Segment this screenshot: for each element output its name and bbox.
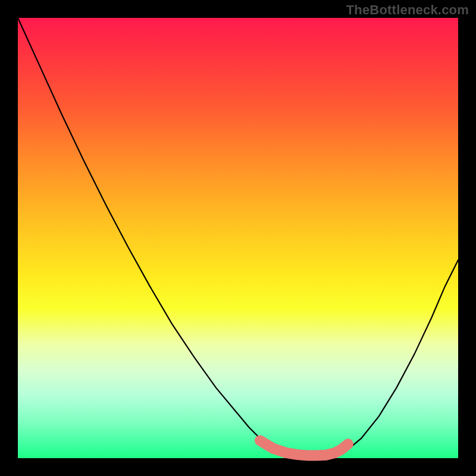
plot-area: [18, 18, 458, 458]
chart-frame: TheBottleneck.com: [0, 0, 476, 476]
curve-layer: [18, 18, 458, 458]
highlight-band: [260, 440, 348, 455]
main-curve: [18, 18, 458, 456]
watermark-text: TheBottleneck.com: [346, 2, 469, 18]
